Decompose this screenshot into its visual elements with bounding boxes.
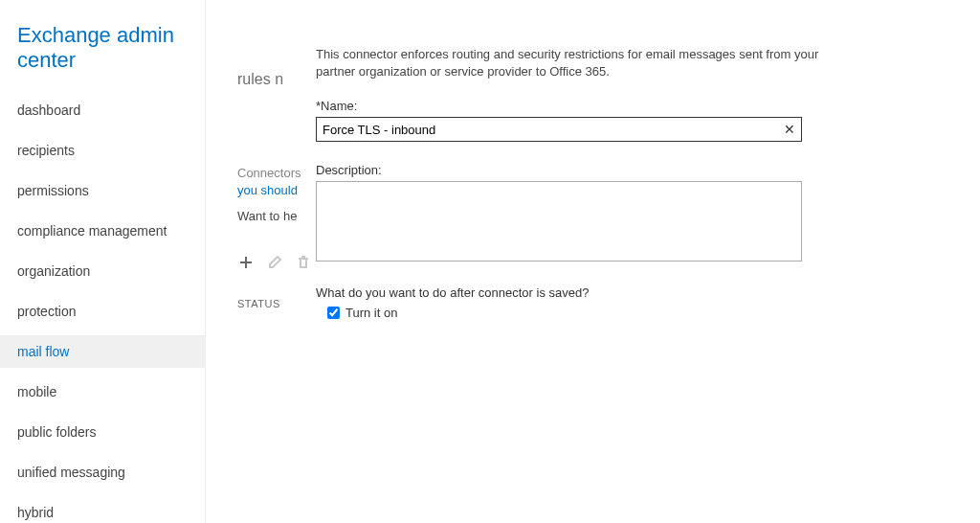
clear-name-button[interactable]: ✕ xyxy=(778,118,801,141)
sidebar: Exchange admin center dashboardrecipient… xyxy=(0,0,206,523)
nav-item-recipients[interactable]: recipients xyxy=(0,134,205,167)
middle-column: rules n Connectors you should Want to he… xyxy=(237,71,314,309)
description-textarea[interactable] xyxy=(316,181,802,262)
tab-rules[interactable]: rules n xyxy=(237,71,314,88)
name-label: *Name: xyxy=(316,99,852,113)
nav-list: dashboardrecipientspermissionscompliance… xyxy=(0,94,205,523)
turn-it-on-row[interactable]: Turn it on xyxy=(316,306,852,320)
brand-title: Exchange admin center xyxy=(0,0,205,88)
status-heading: STATUS xyxy=(237,298,314,309)
connectors-label: Connectors xyxy=(237,165,314,182)
nav-item-mobile[interactable]: mobile xyxy=(0,375,205,408)
intro-text: This connector enforces routing and secu… xyxy=(316,46,852,80)
add-button[interactable] xyxy=(237,254,255,271)
plus-icon xyxy=(238,255,254,270)
delete-button[interactable] xyxy=(295,254,312,271)
close-icon: ✕ xyxy=(784,122,795,137)
nav-item-permissions[interactable]: permissions xyxy=(0,174,205,207)
nav-item-organization[interactable]: organization xyxy=(0,255,205,287)
after-saved-question: What do you want to do after connector i… xyxy=(316,285,852,300)
nav-item-compliance-management[interactable]: compliance management xyxy=(0,215,205,247)
nav-item-dashboard[interactable]: dashboard xyxy=(0,94,205,126)
description-label: Description: xyxy=(316,163,852,177)
edit-button[interactable] xyxy=(266,254,283,271)
turn-it-on-label: Turn it on xyxy=(345,306,397,320)
trash-icon xyxy=(296,255,311,270)
toolbar xyxy=(237,254,314,271)
nav-item-hybrid[interactable]: hybrid xyxy=(0,496,205,523)
want-to-text: Want to he xyxy=(237,208,314,225)
name-input-wrap: ✕ xyxy=(316,117,802,142)
nav-item-public-folders[interactable]: public folders xyxy=(0,416,205,448)
nav-item-protection[interactable]: protection xyxy=(0,295,205,328)
turn-it-on-checkbox[interactable] xyxy=(327,307,340,319)
name-input[interactable] xyxy=(317,119,778,141)
pencil-icon xyxy=(267,255,282,270)
nav-item-unified-messaging[interactable]: unified messaging xyxy=(0,456,205,489)
you-should-link[interactable]: you should xyxy=(237,182,314,199)
nav-item-mail-flow[interactable]: mail flow xyxy=(0,335,205,368)
connector-form: This connector enforces routing and secu… xyxy=(316,46,852,320)
